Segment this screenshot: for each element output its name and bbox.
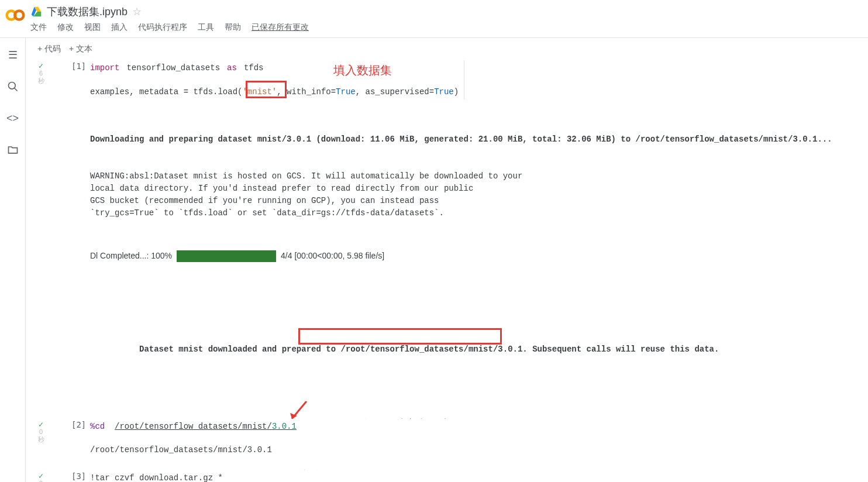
cell-time: 0 秒: [33, 428, 49, 443]
output-download-header: Downloading and preparing dataset mnist/…: [90, 133, 868, 146]
cell-status: ✓ 6 秒: [33, 63, 49, 85]
alias: tfds: [244, 63, 264, 73]
done-text-2: . Subsequent calls will reuse this data.: [522, 345, 719, 354]
highlight-box-path: [298, 328, 502, 345]
add-code-button[interactable]: + 代码: [37, 44, 61, 54]
bool-true: True: [434, 87, 454, 97]
cell-time: 0 秒: [33, 480, 49, 482]
sidebar: ☰ <>: [0, 38, 26, 482]
search-icon[interactable]: [6, 80, 19, 93]
cell-2: 移动到对应文件夹 ✓ 0 秒 [2] %cd /root/tensorflow_…: [26, 419, 868, 456]
cell-1: ✓ 6 秒 [1] importtensorflow_datasetsastfd…: [26, 60, 868, 405]
add-text-button[interactable]: + 文本: [69, 44, 92, 54]
header: 下载数据集.ipynb ☆ 文件 修改 视图 插入 代码执行程序 工具 帮助 已…: [0, 0, 868, 38]
files-icon[interactable]: [6, 143, 19, 156]
content: + 代码 + 文本 ✓ 6 秒 [1] importtensorflow_dat…: [26, 38, 868, 482]
menu-edit[interactable]: 修改: [57, 22, 74, 33]
menu-insert[interactable]: 插入: [111, 22, 128, 33]
code-snippets-icon[interactable]: <>: [6, 112, 19, 125]
svg-line-3: [14, 88, 17, 91]
progress-info: 4/4 [00:00<00:00, 5.98 file/s]: [281, 250, 384, 262]
path: /root/tensorflow_datasets/mnist/3.0.1: [115, 422, 297, 431]
title-row: 下载数据集.ipynb ☆: [30, 5, 863, 19]
code-input[interactable]: !tar czvf download.tar.gz *: [90, 470, 868, 482]
code-input[interactable]: importtensorflow_datasetsastfds examples…: [90, 60, 464, 99]
cell-number: [2]: [71, 420, 86, 429]
menu-view[interactable]: 视图: [84, 22, 101, 33]
menu-help[interactable]: 帮助: [225, 22, 241, 33]
cell-number: [3]: [71, 471, 86, 481]
output-warning: WARNING:absl:Dataset mnist is hosted on …: [90, 170, 868, 219]
module: tensorflow_datasets: [126, 63, 220, 73]
kw-as: as: [227, 63, 237, 73]
svg-point-1: [15, 11, 23, 20]
cell-number: [1]: [71, 61, 86, 71]
menu-runtime[interactable]: 代码执行程序: [138, 22, 187, 33]
progress: Dl Completed...: 100% 4/4 [00:00<00:00, …: [90, 250, 868, 262]
code-text: ): [454, 87, 459, 97]
output-done: Dataset mnist downloaded and prepared to…: [90, 331, 868, 380]
path-ver: 3.0.1: [272, 422, 297, 431]
code-text: , as_supervised=: [356, 87, 434, 97]
code-input[interactable]: %cd /root/tensorflow_datasets/mnist/3.0.…: [90, 419, 868, 435]
drive-icon: [30, 6, 42, 18]
done-path: /root/tensorflow_datasets/mnist/3.0.1: [340, 345, 522, 354]
check-icon: ✓: [33, 421, 49, 428]
progress-label: Dl Completed...: 100%: [90, 250, 172, 262]
cell-3: 打包 ✓ 0 秒 [3] !tar czvf download.tar.gz *…: [26, 470, 868, 482]
path-prefix: /root/tensorflow_datasets/mnist/: [115, 422, 272, 431]
svg-point-2: [8, 82, 15, 89]
toolbar: + 代码 + 文本: [26, 38, 868, 60]
kw-import: import: [90, 63, 119, 73]
magic: %cd: [90, 422, 105, 431]
notebook-title[interactable]: 下载数据集.ipynb: [47, 5, 128, 19]
code-line: !tar czvf download.tar.gz *: [90, 473, 223, 482]
menu-tools[interactable]: 工具: [198, 22, 214, 33]
cell-status: ✓ 0 秒: [33, 421, 49, 443]
check-icon: ✓: [33, 473, 49, 480]
highlight-box-mnist: [246, 81, 287, 98]
bool-true: True: [336, 87, 356, 97]
cell-status: ✓ 0 秒: [33, 473, 49, 482]
annotation-fill-dataset: 填入数据集: [333, 63, 392, 78]
cell-time: 6 秒: [33, 70, 49, 85]
header-content: 下载数据集.ipynb ☆ 文件 修改 视图 插入 代码执行程序 工具 帮助 已…: [30, 5, 863, 37]
check-icon: ✓: [33, 63, 49, 70]
star-icon[interactable]: ☆: [132, 5, 142, 18]
cell-output: Downloading and preparing dataset mnist/…: [90, 109, 868, 405]
cell-output: /root/tensorflow_datasets/mnist/3.0.1: [90, 444, 868, 456]
progress-bar: [177, 250, 276, 262]
toc-icon[interactable]: ☰: [6, 49, 19, 61]
done-text-1: Dataset mnist downloaded and prepared to: [139, 345, 340, 354]
menu-bar: 文件 修改 视图 插入 代码执行程序 工具 帮助 已保存所有更改: [30, 19, 863, 37]
saved-status: 已保存所有更改: [252, 22, 309, 33]
colab-logo-icon: [5, 5, 26, 26]
main-layout: ☰ <> + 代码 + 文本 ✓ 6 秒 [1] importtensorflo…: [0, 38, 868, 482]
menu-file[interactable]: 文件: [30, 22, 47, 33]
code-text: examples, metadata = tfds.load(: [90, 87, 242, 97]
